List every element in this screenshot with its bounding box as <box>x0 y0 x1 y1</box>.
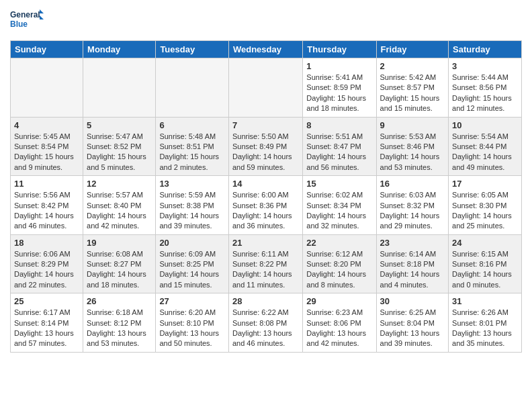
day-info: Sunrise: 6:25 AM Sunset: 8:04 PM Dayligh… <box>380 308 445 349</box>
calendar-cell <box>156 58 229 118</box>
day-info: Sunrise: 5:53 AM Sunset: 8:46 PM Dayligh… <box>380 132 445 173</box>
day-number: 1 <box>306 61 372 71</box>
svg-text:General: General <box>10 10 40 19</box>
calendar-cell: 23Sunrise: 6:14 AM Sunset: 8:18 PM Dayli… <box>376 234 449 293</box>
day-number: 5 <box>87 120 152 130</box>
day-info: Sunrise: 5:57 AM Sunset: 8:40 PM Dayligh… <box>87 190 152 232</box>
calendar-cell: 20Sunrise: 6:09 AM Sunset: 8:25 PM Dayli… <box>156 234 229 293</box>
day-number: 20 <box>159 238 225 248</box>
svg-marker-3 <box>40 15 44 19</box>
day-info: Sunrise: 6:11 AM Sunset: 8:22 PM Dayligh… <box>232 249 299 291</box>
day-info: Sunrise: 6:23 AM Sunset: 8:06 PM Dayligh… <box>306 308 372 349</box>
calendar-cell: 31Sunrise: 6:26 AM Sunset: 8:01 PM Dayli… <box>449 293 522 353</box>
day-header-sunday: Sunday <box>11 41 83 58</box>
calendar-cell: 24Sunrise: 6:15 AM Sunset: 8:16 PM Dayli… <box>449 234 522 293</box>
day-number: 19 <box>87 238 152 248</box>
day-number: 24 <box>452 238 518 248</box>
day-number: 2 <box>380 61 445 71</box>
day-number: 18 <box>14 238 79 248</box>
calendar-cell: 17Sunrise: 6:05 AM Sunset: 8:30 PM Dayli… <box>449 176 522 235</box>
day-number: 31 <box>452 296 518 306</box>
day-info: Sunrise: 5:50 AM Sunset: 8:49 PM Dayligh… <box>232 132 299 173</box>
day-header-monday: Monday <box>83 41 156 58</box>
day-header-wednesday: Wednesday <box>228 41 302 58</box>
day-number: 16 <box>380 179 445 189</box>
calendar-cell: 14Sunrise: 6:00 AM Sunset: 8:36 PM Dayli… <box>228 176 302 235</box>
calendar-cell: 18Sunrise: 6:06 AM Sunset: 8:29 PM Dayli… <box>11 234 83 293</box>
calendar-cell: 22Sunrise: 6:12 AM Sunset: 8:20 PM Dayli… <box>303 234 376 293</box>
calendar-cell: 2Sunrise: 5:42 AM Sunset: 8:57 PM Daylig… <box>376 58 449 118</box>
day-header-thursday: Thursday <box>303 41 376 58</box>
day-number: 23 <box>380 238 445 248</box>
day-number: 15 <box>306 179 372 189</box>
day-number: 28 <box>232 296 299 306</box>
day-info: Sunrise: 6:03 AM Sunset: 8:32 PM Dayligh… <box>380 190 445 232</box>
day-number: 30 <box>380 296 445 306</box>
day-header-friday: Friday <box>376 41 449 58</box>
calendar-cell <box>83 58 156 118</box>
calendar-cell: 10Sunrise: 5:54 AM Sunset: 8:44 PM Dayli… <box>449 117 522 176</box>
day-number: 12 <box>87 179 152 189</box>
calendar-cell: 26Sunrise: 6:18 AM Sunset: 8:12 PM Dayli… <box>83 293 156 353</box>
calendar-cell: 6Sunrise: 5:48 AM Sunset: 8:51 PM Daylig… <box>156 117 229 176</box>
day-header-tuesday: Tuesday <box>156 41 229 58</box>
day-info: Sunrise: 5:42 AM Sunset: 8:57 PM Dayligh… <box>380 73 445 114</box>
calendar-cell: 11Sunrise: 5:56 AM Sunset: 8:42 PM Dayli… <box>11 176 83 235</box>
day-number: 3 <box>452 61 518 71</box>
day-number: 14 <box>232 179 299 189</box>
svg-text:Blue: Blue <box>10 19 28 29</box>
calendar-cell: 5Sunrise: 5:47 AM Sunset: 8:52 PM Daylig… <box>83 117 156 176</box>
calendar-cell: 15Sunrise: 6:02 AM Sunset: 8:34 PM Dayli… <box>303 176 376 235</box>
calendar-cell: 12Sunrise: 5:57 AM Sunset: 8:40 PM Dayli… <box>83 176 156 235</box>
day-number: 9 <box>380 120 445 130</box>
calendar-cell: 7Sunrise: 5:50 AM Sunset: 8:49 PM Daylig… <box>228 117 302 176</box>
day-number: 8 <box>306 120 372 130</box>
day-info: Sunrise: 6:18 AM Sunset: 8:12 PM Dayligh… <box>87 308 152 349</box>
calendar-cell: 21Sunrise: 6:11 AM Sunset: 8:22 PM Dayli… <box>228 234 302 293</box>
day-info: Sunrise: 5:59 AM Sunset: 8:38 PM Dayligh… <box>159 190 225 232</box>
calendar-cell: 9Sunrise: 5:53 AM Sunset: 8:46 PM Daylig… <box>376 117 449 176</box>
day-info: Sunrise: 6:26 AM Sunset: 8:01 PM Dayligh… <box>452 308 518 349</box>
day-info: Sunrise: 5:45 AM Sunset: 8:54 PM Dayligh… <box>14 132 79 173</box>
day-info: Sunrise: 5:44 AM Sunset: 8:56 PM Dayligh… <box>452 73 518 114</box>
day-info: Sunrise: 6:15 AM Sunset: 8:16 PM Dayligh… <box>452 249 518 291</box>
day-info: Sunrise: 5:54 AM Sunset: 8:44 PM Dayligh… <box>452 132 518 173</box>
calendar-cell <box>228 58 302 118</box>
logo: General Blue <box>10 7 44 35</box>
day-number: 7 <box>232 120 299 130</box>
day-number: 29 <box>306 296 372 306</box>
calendar-table: SundayMondayTuesdayWednesdayThursdayFrid… <box>10 40 522 353</box>
day-info: Sunrise: 5:48 AM Sunset: 8:51 PM Dayligh… <box>159 132 225 173</box>
day-info: Sunrise: 6:09 AM Sunset: 8:25 PM Dayligh… <box>159 249 225 291</box>
day-info: Sunrise: 5:51 AM Sunset: 8:47 PM Dayligh… <box>306 132 372 173</box>
calendar-cell: 28Sunrise: 6:22 AM Sunset: 8:08 PM Dayli… <box>228 293 302 353</box>
calendar-cell: 27Sunrise: 6:20 AM Sunset: 8:10 PM Dayli… <box>156 293 229 353</box>
day-number: 4 <box>14 120 79 130</box>
day-number: 21 <box>232 238 299 248</box>
day-number: 27 <box>159 296 225 306</box>
day-info: Sunrise: 6:14 AM Sunset: 8:18 PM Dayligh… <box>380 249 445 291</box>
day-number: 11 <box>14 179 79 189</box>
day-number: 6 <box>159 120 225 130</box>
day-info: Sunrise: 6:00 AM Sunset: 8:36 PM Dayligh… <box>232 190 299 232</box>
calendar-cell: 19Sunrise: 6:08 AM Sunset: 8:27 PM Dayli… <box>83 234 156 293</box>
day-info: Sunrise: 6:06 AM Sunset: 8:29 PM Dayligh… <box>14 249 79 291</box>
day-header-saturday: Saturday <box>449 41 522 58</box>
calendar-cell: 16Sunrise: 6:03 AM Sunset: 8:32 PM Dayli… <box>376 176 449 235</box>
day-info: Sunrise: 5:41 AM Sunset: 8:59 PM Dayligh… <box>306 73 372 114</box>
day-number: 17 <box>452 179 518 189</box>
day-info: Sunrise: 6:17 AM Sunset: 8:14 PM Dayligh… <box>14 308 79 349</box>
calendar-cell: 3Sunrise: 5:44 AM Sunset: 8:56 PM Daylig… <box>449 58 522 118</box>
day-info: Sunrise: 6:02 AM Sunset: 8:34 PM Dayligh… <box>306 190 372 232</box>
day-number: 25 <box>14 296 79 306</box>
calendar-cell: 13Sunrise: 5:59 AM Sunset: 8:38 PM Dayli… <box>156 176 229 235</box>
day-number: 10 <box>452 120 518 130</box>
calendar-cell: 25Sunrise: 6:17 AM Sunset: 8:14 PM Dayli… <box>11 293 83 353</box>
day-info: Sunrise: 6:20 AM Sunset: 8:10 PM Dayligh… <box>159 308 225 349</box>
calendar-cell <box>11 58 83 118</box>
calendar-cell: 8Sunrise: 5:51 AM Sunset: 8:47 PM Daylig… <box>303 117 376 176</box>
svg-marker-2 <box>40 9 44 13</box>
day-info: Sunrise: 5:47 AM Sunset: 8:52 PM Dayligh… <box>87 132 152 173</box>
day-number: 26 <box>87 296 152 306</box>
logo-svg: General Blue <box>10 7 44 35</box>
